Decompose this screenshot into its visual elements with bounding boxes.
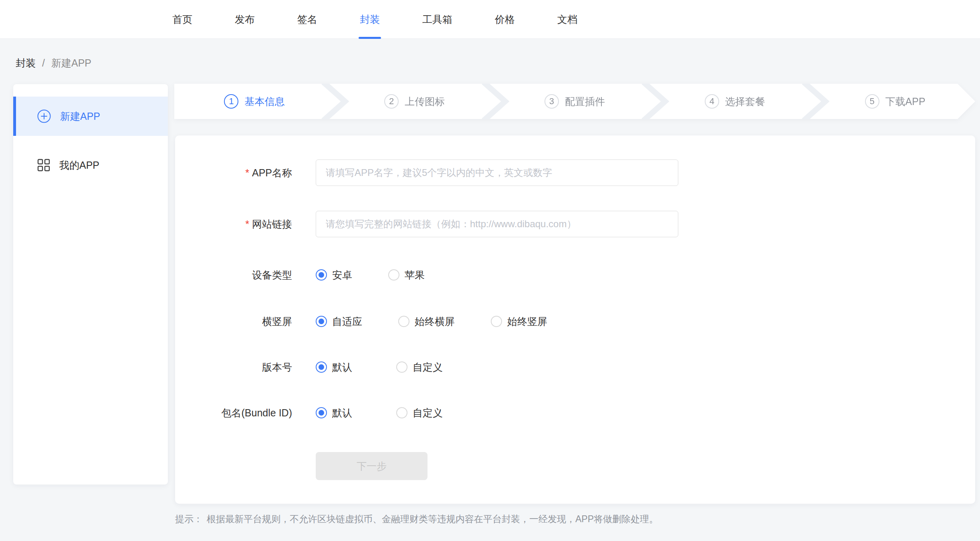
step-configure-plugins: 3 配置插件 — [495, 84, 655, 119]
radio-option-bundle-custom[interactable]: 自定义 — [396, 406, 443, 420]
step-download-app: 5 下载APP — [815, 84, 975, 119]
site-url-input[interactable] — [316, 211, 678, 237]
radio-label: 自定义 — [413, 406, 443, 420]
radio-label: 自定义 — [413, 361, 443, 374]
step-label: 配置插件 — [565, 95, 605, 108]
app-name-row: *APP名称 — [175, 159, 975, 186]
breadcrumb-current: 新建APP — [51, 57, 91, 70]
radio-label: 自适应 — [332, 315, 362, 328]
radio-option-android[interactable]: 安卓 — [316, 268, 352, 282]
top-nav: 首页 发布 签名 封装 工具箱 价格 文档 — [0, 0, 980, 39]
step-label: 选择套餐 — [725, 95, 765, 108]
breadcrumb-separator: / — [42, 57, 45, 69]
plus-circle-icon — [37, 109, 51, 123]
version-label: 版本号 — [175, 359, 292, 375]
bundle-id-row: 包名(Bundle ID) 默认 自定义 — [175, 405, 975, 421]
tip-prefix: 提示： — [175, 514, 203, 524]
sidebar-item-label: 我的APP — [59, 159, 99, 172]
nav-item-publish[interactable]: 发布 — [235, 0, 255, 38]
basic-info-form: *APP名称 *网站链接 设备类型 安卓 苹果 横竖屏 — [175, 135, 975, 504]
required-asterisk: * — [245, 218, 249, 230]
required-asterisk: * — [245, 167, 249, 178]
radio-option-version-default[interactable]: 默认 — [316, 361, 352, 374]
app-name-label: *APP名称 — [175, 159, 292, 186]
radio-icon[interactable] — [398, 316, 409, 327]
tip-text: 根据最新平台规则，不允许区块链虚拟币、金融理财类等违规内容在平台封装，一经发现，… — [207, 514, 658, 524]
radio-label: 苹果 — [405, 268, 425, 282]
platform-rules-tip: 提示：根据最新平台规则，不允许区块链虚拟币、金融理财类等违规内容在平台封装，一经… — [175, 513, 658, 525]
nav-item-sign[interactable]: 签名 — [297, 0, 317, 38]
breadcrumb: 封装 / 新建APP — [16, 57, 91, 70]
step-upload-icon: 2 上传图标 — [335, 84, 495, 119]
sidebar-item-my-apps[interactable]: 我的APP — [13, 145, 168, 185]
step-number: 4 — [705, 94, 719, 109]
step-wizard: 1 基本信息 2 上传图标 3 配置插件 4 选择套餐 — [174, 84, 975, 119]
radio-label: 始终横屏 — [415, 315, 455, 328]
nav-item-home[interactable]: 首页 — [172, 0, 192, 38]
radio-label: 始终竖屏 — [507, 315, 547, 328]
sidebar-item-new-app[interactable]: 新建APP — [13, 97, 168, 136]
sidebar: 新建APP 我的APP — [13, 84, 168, 484]
radio-icon[interactable] — [396, 407, 407, 418]
step-label: 上传图标 — [405, 95, 445, 108]
radio-option-landscape[interactable]: 始终横屏 — [398, 315, 455, 328]
step-label: 基本信息 — [244, 95, 284, 108]
step-basic-info: 1 基本信息 — [174, 84, 335, 119]
nav-item-toolbox[interactable]: 工具箱 — [422, 0, 452, 38]
radio-icon[interactable] — [316, 407, 327, 418]
site-url-row: *网站链接 — [175, 211, 975, 237]
breadcrumb-section[interactable]: 封装 — [16, 57, 36, 70]
radio-option-bundle-default[interactable]: 默认 — [316, 406, 352, 420]
sidebar-item-label: 新建APP — [60, 110, 100, 123]
orientation-label: 横竖屏 — [175, 313, 292, 329]
site-url-label: *网站链接 — [175, 211, 292, 237]
radio-label: 安卓 — [332, 268, 352, 282]
next-step-button[interactable]: 下一步 — [316, 452, 427, 480]
device-type-row: 设备类型 安卓 苹果 — [175, 267, 975, 283]
orientation-row: 横竖屏 自适应 始终横屏 始终竖屏 — [175, 313, 975, 329]
step-number: 1 — [224, 94, 238, 109]
radio-option-portrait[interactable]: 始终竖屏 — [491, 315, 547, 328]
radio-icon[interactable] — [316, 361, 327, 373]
radio-label: 默认 — [332, 361, 352, 374]
radio-option-version-custom[interactable]: 自定义 — [396, 361, 443, 374]
device-type-label: 设备类型 — [175, 267, 292, 283]
nav-item-package[interactable]: 封装 — [360, 0, 380, 38]
step-choose-plan: 4 选择套餐 — [655, 84, 815, 119]
nav-item-pricing[interactable]: 价格 — [495, 0, 515, 38]
radio-icon[interactable] — [388, 269, 399, 281]
radio-option-ios[interactable]: 苹果 — [388, 268, 425, 282]
radio-icon[interactable] — [396, 361, 407, 373]
radio-icon[interactable] — [316, 269, 327, 281]
grid-icon — [37, 159, 50, 172]
radio-option-auto[interactable]: 自适应 — [316, 315, 362, 328]
app-name-input[interactable] — [316, 159, 678, 186]
step-label: 下载APP — [885, 95, 926, 108]
radio-icon[interactable] — [316, 316, 327, 327]
bundle-id-label: 包名(Bundle ID) — [175, 405, 292, 421]
nav-item-docs[interactable]: 文档 — [557, 0, 577, 38]
step-number: 2 — [384, 94, 399, 109]
step-number: 5 — [865, 94, 879, 109]
radio-label: 默认 — [332, 406, 352, 420]
version-row: 版本号 默认 自定义 — [175, 359, 975, 375]
step-number: 3 — [544, 94, 559, 109]
radio-icon[interactable] — [491, 316, 502, 327]
